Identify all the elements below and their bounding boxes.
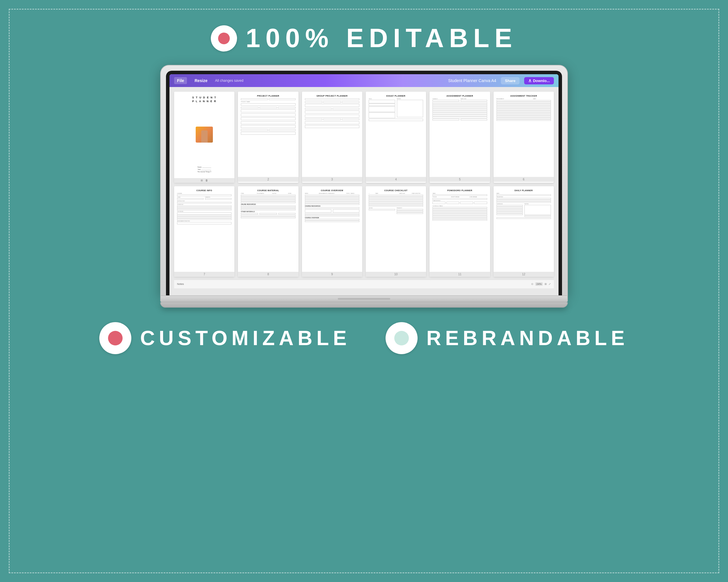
cover-content: S T U D E N TP L A N N E R Name: _______… [190, 93, 218, 175]
page-course-info[interactable]: COURSE INFO COURSE CODE CREDITS INSTRUCT… [174, 186, 234, 276]
customizable-dot [108, 331, 123, 345]
assignment-tracker-thumbnail: ASSIGNMENT TRACKER ASSIGNMENT DATE [494, 92, 554, 177]
page-8-number: 8 [238, 272, 298, 277]
daily-planner-thumbnail: DAILY PLANNER DATE PRIORITIES [494, 186, 554, 272]
share-button[interactable]: Share [501, 77, 520, 84]
rebrandable-circle [386, 322, 418, 354]
course-material-title: COURSE MATERIAL [241, 189, 295, 192]
group-project-thumbnail: GROUP PROJECT PLANNER [302, 92, 362, 177]
canva-toolbar: File Resize All changes saved Student Pl… [170, 74, 558, 87]
assignment-tracker-title: ASSIGNMENT TRACKER [496, 95, 551, 97]
notes-label: Notes [177, 282, 184, 285]
cover-image [196, 127, 213, 143]
rebrandable-badge: REBRANDABLE [386, 322, 629, 354]
assignment-planner-content: ASSIGNMENT PLANNER SUBJECT DATE DUE [431, 93, 488, 175]
essay-planner-title: ESSAY PLANNER [369, 95, 423, 97]
course-overview-title: COURSE OVERVIEW [305, 189, 359, 192]
canva-bottom-bar: Notes ⊙ 24% ⊞ ⤢ [174, 280, 554, 288]
daily-planner-title: DAILY PLANNER [496, 189, 551, 192]
laptop-outer: File Resize All changes saved Student Pl… [160, 65, 568, 308]
project-planner-thumbnail: PROJECT PLANNER PROJECT NAME [238, 92, 298, 177]
customizable-badge: CUSTOMIZABLE [99, 322, 350, 354]
page-7-number: 7 [174, 272, 234, 277]
page-4-number: 4 [366, 177, 426, 182]
laptop-container: File Resize All changes saved Student Pl… [0, 65, 728, 308]
course-info-title: COURSE INFO [177, 189, 232, 192]
laptop-base-line [338, 298, 390, 300]
rebrandable-dot [394, 331, 409, 345]
course-overview-thumbnail: COURSE OVERVIEW WEEK ASSIGNMENTS / READI… [302, 186, 362, 272]
page-assignment-tracker[interactable]: ASSIGNMENT TRACKER ASSIGNMENT DATE [494, 92, 554, 183]
laptop-screen-bezel: File Resize All changes saved Student Pl… [166, 71, 562, 295]
project-planner-content: PROJECT PLANNER PROJECT NAME [240, 93, 296, 175]
pages-area: S T U D E N TP L A N N E R Name: _______… [170, 87, 558, 295]
pomodoro-thumbnail: POMODORO PLANNER TASK FOCUS SHORT BREAK … [430, 186, 490, 272]
saved-status: All changes saved [215, 79, 243, 83]
cover-thumbnail: S T U D E N TP L A N N E R Name: _______… [174, 92, 234, 177]
page-12-number: 12 [494, 272, 554, 277]
cover-title: S T U D E N TP L A N N E R [192, 96, 217, 103]
pages-grid: S T U D E N TP L A N N E R Name: _______… [174, 92, 554, 277]
zoom-level[interactable]: 24% [535, 282, 543, 286]
assignment-planner-title: ASSIGNMENT PLANNER [433, 95, 487, 97]
daily-planner-content: DAILY PLANNER DATE PRIORITIES [495, 188, 552, 270]
laptop-body: File Resize All changes saved Student Pl… [160, 65, 568, 296]
page-6-number: 6 [494, 177, 554, 182]
page-project-planner[interactable]: PROJECT PLANNER PROJECT NAME [238, 92, 298, 183]
top-circle-badge [211, 25, 237, 52]
page-11-number: 11 [430, 272, 490, 277]
cover-page-actions: ⊞ 🗑 [174, 178, 234, 183]
course-material-thumbnail: COURSE MATERIAL ITEM TITLE/PAGES NOTES D… [238, 186, 298, 272]
top-section: 100% EDITABLE [0, 0, 728, 65]
pomodoro-content: POMODORO PLANNER TASK FOCUS SHORT BREAK … [431, 188, 488, 270]
course-checklist-title: COURSE CHECKLIST [369, 189, 423, 192]
pomodoro-title: POMODORO PLANNER [433, 189, 487, 192]
download-button[interactable]: Downlo... [524, 77, 554, 84]
customizable-label: CUSTOMIZABLE [140, 327, 350, 350]
page-daily-planner[interactable]: DAILY PLANNER DATE PRIORITIES [494, 186, 554, 276]
file-button[interactable]: File [174, 77, 187, 84]
page-10-number: 10 [366, 272, 426, 277]
course-overview-content: COURSE OVERVIEW WEEK ASSIGNMENTS / READI… [304, 188, 361, 270]
page-course-checklist[interactable]: COURSE CHECKLIST ✓ TASK DATE DUE STATUS/… [366, 186, 426, 276]
course-info-thumbnail: COURSE INFO COURSE CODE CREDITS INSTRUCT… [174, 186, 234, 272]
zoom-controls: ⊙ 24% ⊞ ⤢ [531, 282, 551, 286]
cover-figure [201, 130, 208, 143]
assignment-tracker-content: ASSIGNMENT TRACKER ASSIGNMENT DATE [495, 93, 552, 175]
top-dot [218, 33, 230, 44]
group-project-title: GROUP PROJECT PLANNER [305, 95, 359, 97]
page-pomodoro[interactable]: POMODORO PLANNER TASK FOCUS SHORT BREAK … [430, 186, 490, 276]
page-essay-planner[interactable]: ESSAY PLANNER TITLE [366, 92, 426, 183]
cover-info: Name: ___________ Year: ____________ The… [198, 166, 211, 173]
rebrandable-label: REBRANDABLE [426, 327, 629, 350]
page-5-number: 5 [430, 177, 490, 182]
download-icon [528, 79, 532, 82]
document-title: Student Planner Canva A4 [448, 78, 496, 83]
essay-planner-thumbnail: ESSAY PLANNER TITLE [366, 92, 426, 177]
page-2-number: 2 [238, 177, 298, 182]
laptop-base [160, 296, 568, 302]
course-checklist-thumbnail: COURSE CHECKLIST ✓ TASK DATE DUE STATUS/… [366, 186, 426, 272]
page-3-number: 3 [302, 177, 362, 182]
resize-button[interactable]: Resize [191, 77, 210, 84]
customizable-circle [99, 322, 131, 354]
project-planner-title: PROJECT PLANNER [241, 95, 295, 97]
laptop-foot [160, 302, 568, 308]
page-9-number: 9 [302, 272, 362, 277]
course-material-content: COURSE MATERIAL ITEM TITLE/PAGES NOTES D… [240, 188, 296, 270]
page-course-overview[interactable]: COURSE OVERVIEW WEEK ASSIGNMENTS / READI… [302, 186, 362, 276]
svg-rect-0 [528, 82, 531, 82]
page-group-project[interactable]: GROUP PROJECT PLANNER [302, 92, 362, 183]
group-project-content: GROUP PROJECT PLANNER [304, 93, 361, 175]
bottom-section: CUSTOMIZABLE REBRANDABLE [0, 308, 728, 354]
page-cover[interactable]: S T U D E N TP L A N N E R Name: _______… [174, 92, 234, 183]
main-title: 100% EDITABLE [246, 23, 517, 53]
page-course-material[interactable]: COURSE MATERIAL ITEM TITLE/PAGES NOTES D… [238, 186, 298, 276]
course-info-content: COURSE INFO COURSE CODE CREDITS INSTRUCT… [176, 188, 233, 270]
course-checklist-content: COURSE CHECKLIST ✓ TASK DATE DUE STATUS/… [367, 188, 424, 270]
assignment-planner-thumbnail: ASSIGNMENT PLANNER SUBJECT DATE DUE [430, 92, 490, 177]
laptop-screen: File Resize All changes saved Student Pl… [170, 74, 558, 295]
essay-planner-content: ESSAY PLANNER TITLE [367, 93, 424, 175]
page-assignment-planner[interactable]: ASSIGNMENT PLANNER SUBJECT DATE DUE [430, 92, 490, 183]
